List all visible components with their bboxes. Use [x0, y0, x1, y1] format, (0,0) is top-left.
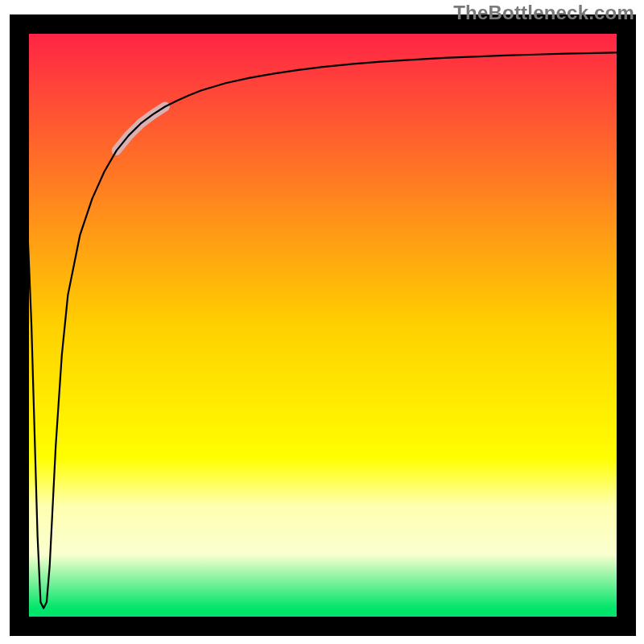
plot-background — [19, 24, 626, 626]
bottleneck-chart — [0, 0, 644, 644]
watermark-text: TheBottleneck.com — [453, 2, 634, 24]
chart-stage: TheBottleneck.com — [0, 0, 644, 644]
